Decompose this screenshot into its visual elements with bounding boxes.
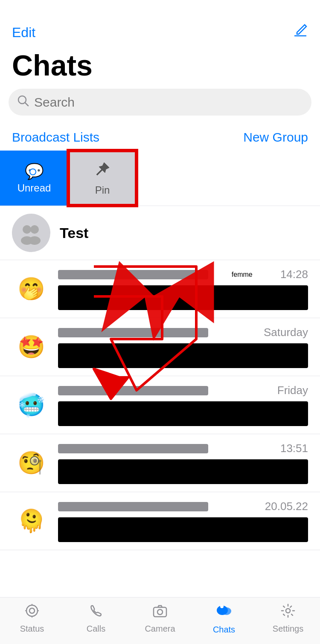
chat-top: Saturday — [58, 326, 308, 339]
chat-content: Friday — [58, 384, 308, 426]
unread-filter-chip[interactable]: 💬 Unread — [0, 151, 68, 206]
unread-chip-icon: 💬 — [25, 162, 44, 180]
chat-content: femme 14:28 — [58, 268, 308, 310]
pin-chip-icon — [93, 160, 112, 183]
svg-point-17 — [222, 607, 231, 615]
svg-point-2 — [23, 225, 31, 234]
chat-avatar: 🧐 — [12, 444, 50, 482]
svg-point-18 — [220, 605, 224, 608]
chat-time: Friday — [277, 384, 308, 397]
tab-calls-label: Calls — [87, 624, 105, 634]
compose-icon[interactable] — [293, 23, 308, 42]
chat-list: 🤭 femme 14:28 🤩 Saturday 🥶 — [0, 260, 320, 550]
svg-point-9 — [29, 608, 35, 613]
page-title: Chats — [0, 46, 320, 89]
tab-status-label: Status — [20, 624, 44, 634]
actions-row: Broadcast Lists New Group — [0, 126, 320, 151]
chat-msg-bar — [58, 343, 308, 368]
svg-rect-14 — [154, 607, 166, 617]
svg-point-5 — [29, 236, 41, 245]
calls-icon — [89, 603, 103, 621]
unread-chip-label: Unread — [17, 182, 51, 194]
chat-content: Saturday — [58, 326, 308, 368]
broadcast-lists-link[interactable]: Broadcast Lists — [12, 130, 99, 145]
tab-chats[interactable]: Chats — [196, 603, 252, 635]
test-group-name: Test — [60, 225, 88, 241]
chat-avatar: 🤩 — [12, 328, 50, 366]
chat-name-bar — [58, 328, 208, 337]
tab-camera-label: Camera — [145, 624, 175, 634]
chat-time: 13:51 — [280, 442, 308, 455]
chat-name-bar — [58, 270, 208, 279]
chats-icon — [216, 603, 232, 622]
chat-avatar: 🥶 — [12, 386, 50, 424]
tab-chats-label: Chats — [213, 625, 235, 635]
svg-point-3 — [30, 225, 39, 234]
chat-item[interactable]: 🤭 femme 14:28 — [0, 260, 320, 318]
chat-msg-bar — [58, 517, 308, 542]
chat-name-bar — [58, 386, 208, 395]
tab-bar: Status Calls Camera Chats — [0, 597, 320, 644]
svg-point-19 — [286, 609, 290, 613]
chat-content: 20.05.22 — [58, 500, 308, 542]
chat-msg-bar — [58, 459, 308, 484]
tab-calls[interactable]: Calls — [68, 603, 124, 634]
chat-item[interactable]: 🥶 Friday — [0, 376, 320, 434]
tab-settings-label: Settings — [273, 624, 303, 634]
chat-time: 20.05.22 — [265, 500, 308, 513]
chat-time: 14:28 — [280, 268, 308, 281]
chat-top: femme 14:28 — [58, 268, 308, 281]
chat-msg-bar — [58, 285, 308, 310]
test-group-avatar — [12, 214, 50, 252]
svg-point-8 — [26, 605, 38, 616]
chat-item[interactable]: 🫠 20.05.22 — [0, 492, 320, 550]
svg-line-1 — [25, 103, 28, 106]
header: Edit — [0, 0, 320, 46]
chat-avatar: 🫠 — [12, 502, 50, 540]
new-group-link[interactable]: New Group — [243, 130, 308, 145]
chat-avatar: 🤭 — [12, 270, 50, 308]
tab-settings[interactable]: Settings — [260, 603, 316, 634]
tab-status[interactable]: Status — [4, 603, 60, 634]
status-icon — [25, 603, 39, 621]
camera-icon — [153, 603, 167, 621]
chat-msg-bar — [58, 401, 308, 426]
chat-content: 13:51 — [58, 442, 308, 484]
pin-filter-chip[interactable]: Pin — [68, 151, 137, 206]
chat-top: Friday — [58, 384, 308, 397]
unread-badge — [29, 168, 36, 175]
pin-chip-label: Pin — [95, 184, 110, 196]
chat-name-bar — [58, 444, 208, 453]
svg-point-15 — [157, 609, 163, 615]
settings-icon — [281, 603, 295, 621]
filter-row: 💬 Unread Pin — [0, 151, 320, 206]
edit-button[interactable]: Edit — [12, 25, 35, 41]
chat-time: Saturday — [264, 326, 308, 339]
search-icon — [17, 95, 29, 110]
test-group-row[interactable]: Test — [0, 206, 320, 260]
chat-item[interactable]: 🧐 13:51 — [0, 434, 320, 492]
search-bar[interactable] — [9, 89, 311, 116]
chat-name-bar — [58, 502, 208, 511]
tab-camera[interactable]: Camera — [132, 603, 188, 634]
chat-top: 20.05.22 — [58, 500, 308, 513]
chat-top: 13:51 — [58, 442, 308, 455]
search-input[interactable] — [34, 95, 303, 110]
chat-item[interactable]: 🤩 Saturday — [0, 318, 320, 376]
